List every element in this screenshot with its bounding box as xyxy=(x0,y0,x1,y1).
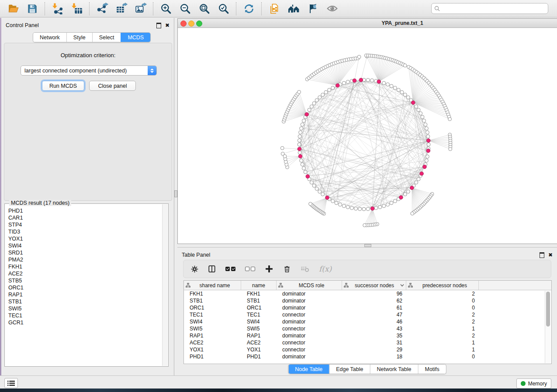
tab-edge-table[interactable]: Edge Table xyxy=(329,364,370,374)
scrollbar-thumb[interactable] xyxy=(546,292,550,327)
mcds-result-title: MCDS result (17 nodes) xyxy=(9,200,71,206)
window-minimize-icon[interactable] xyxy=(188,21,194,27)
float-panel-icon[interactable] xyxy=(156,23,161,28)
mcds-result-item[interactable]: GCR1 xyxy=(5,319,163,326)
tab-select[interactable]: Select xyxy=(92,33,121,42)
settings-gear-icon[interactable] xyxy=(191,265,198,273)
tab-network-table[interactable]: Network Table xyxy=(370,364,418,374)
table-row[interactable]: TEC1TEC1connector472 xyxy=(184,311,551,318)
delete-column-icon[interactable] xyxy=(283,265,291,273)
mcds-result-item[interactable]: PHD1 xyxy=(5,207,163,214)
table-cell: 18 xyxy=(342,354,406,360)
splitter-grip[interactable] xyxy=(174,190,177,197)
close-panel-button[interactable]: Close panel xyxy=(89,81,136,91)
horizontal-splitter[interactable] xyxy=(177,244,557,247)
open-folder-icon[interactable] xyxy=(7,3,19,15)
zoom-out-icon[interactable] xyxy=(179,3,191,15)
column-header-predecessor-nodes[interactable]: predecessor nodes xyxy=(406,281,479,290)
save-session-icon[interactable] xyxy=(26,3,38,15)
deselect-all-icon[interactable] xyxy=(245,267,255,271)
table-row[interactable]: SWI4SWI4dominator462 xyxy=(184,318,551,325)
table-cell: TEC1 xyxy=(241,312,277,318)
column-header-successor-nodes[interactable]: successor nodes xyxy=(342,281,406,290)
mcds-result-item[interactable]: TID3 xyxy=(5,228,163,235)
mcds-result-item[interactable]: ACE2 xyxy=(5,270,163,277)
table-cell: SWI5 xyxy=(241,326,277,332)
network-window-titlebar[interactable]: YPA_prune.txt_1 xyxy=(178,19,557,28)
list-icon xyxy=(7,380,15,386)
export-image-icon[interactable] xyxy=(135,3,147,15)
table-row[interactable]: PHD1PHD1dominator180 xyxy=(184,353,551,360)
close-panel-icon[interactable]: ✖ xyxy=(548,253,553,257)
network-canvas[interactable] xyxy=(178,28,557,244)
splitter-grip[interactable] xyxy=(364,244,371,247)
mcds-result-item[interactable]: SWI4 xyxy=(5,242,163,249)
mcds-result-item[interactable]: STB5 xyxy=(5,277,163,284)
window-zoom-icon[interactable] xyxy=(196,21,202,27)
zoom-selected-icon[interactable] xyxy=(218,3,230,15)
add-column-icon[interactable] xyxy=(265,265,273,273)
search-field[interactable] xyxy=(431,3,548,14)
search-icon xyxy=(434,6,440,11)
tab-network[interactable]: Network xyxy=(33,33,66,42)
mcds-result-item[interactable]: SRD1 xyxy=(5,249,163,256)
table-row[interactable]: STB1STB1dominator620 xyxy=(184,297,551,304)
table-row[interactable]: YOX1YOX1connector291 xyxy=(184,346,551,353)
column-header-name[interactable]: name xyxy=(241,281,277,290)
mcds-result-item[interactable]: ORC1 xyxy=(5,284,163,291)
mcds-result-item[interactable]: PMA2 xyxy=(5,256,163,263)
mcds-result-item[interactable]: CAR1 xyxy=(5,214,163,221)
column-header-MCDS-role[interactable]: MCDS role xyxy=(277,281,342,290)
table-cell: FKH1 xyxy=(241,291,277,297)
toolbar-separator xyxy=(45,2,45,15)
mcds-result-item[interactable]: YOX1 xyxy=(5,235,163,242)
table-row[interactable]: SWI5SWI5connector431 xyxy=(184,325,551,332)
vertical-splitter[interactable] xyxy=(174,18,177,375)
memory-button[interactable]: Memory xyxy=(516,378,551,389)
mcds-result-item[interactable]: FKH1 xyxy=(5,263,163,270)
table-row[interactable]: ORC1ORC1dominator610 xyxy=(184,304,551,311)
run-mcds-button[interactable]: Run MCDS xyxy=(42,81,84,91)
show-columns-icon[interactable] xyxy=(208,265,216,273)
table-row[interactable]: RAP1RAP1dominator352 xyxy=(184,332,551,339)
table-cell: 1 xyxy=(406,347,479,353)
export-network-icon[interactable] xyxy=(96,3,108,15)
mcds-list-scrollbar[interactable] xyxy=(162,204,168,366)
mcds-result-item[interactable]: STP4 xyxy=(5,221,163,228)
network-home-icon[interactable] xyxy=(287,3,300,15)
control-panel-title: Control Panel xyxy=(6,22,39,28)
refresh-icon[interactable] xyxy=(243,3,255,15)
table-row[interactable]: ACE2ACE2connector311 xyxy=(184,339,551,346)
mcds-result-item[interactable]: RAP1 xyxy=(5,291,163,298)
tab-motifs[interactable]: Motifs xyxy=(418,364,446,374)
hide-flag-icon[interactable] xyxy=(307,3,319,15)
float-panel-icon[interactable] xyxy=(540,252,544,258)
import-table-icon[interactable] xyxy=(71,3,83,15)
criterion-dropdown[interactable]: largest connected component (undirected) xyxy=(21,65,157,76)
show-eye-icon[interactable] xyxy=(326,3,338,15)
mcds-result-item[interactable]: SWI5 xyxy=(5,305,163,312)
table-cell: 0 xyxy=(406,305,479,311)
window-close-icon[interactable] xyxy=(180,21,187,27)
table-cell: ACE2 xyxy=(184,340,241,346)
clone-network-icon[interactable] xyxy=(268,3,280,15)
select-all-icon[interactable] xyxy=(225,267,235,271)
import-network-icon[interactable] xyxy=(52,3,64,15)
zoom-in-icon[interactable] xyxy=(160,3,172,15)
mcds-result-item[interactable]: TEC1 xyxy=(5,312,163,319)
zoom-fit-icon[interactable] xyxy=(198,3,211,15)
tab-mcds[interactable]: MCDS xyxy=(121,33,150,42)
tab-style[interactable]: Style xyxy=(66,33,92,42)
shared-column-icon xyxy=(344,283,349,288)
table-row[interactable]: FKH1FKH1dominator962 xyxy=(184,290,551,297)
search-input[interactable] xyxy=(442,5,545,12)
app-window: Control Panel ✖ NetworkStyleSelectMCDS O… xyxy=(0,0,557,392)
task-history-button[interactable] xyxy=(4,378,18,388)
mcds-result-groupbox: MCDS result (17 nodes) PHD1CAR1STP4TID3Y… xyxy=(4,203,169,367)
mcds-result-item[interactable]: STB1 xyxy=(5,298,163,305)
export-table-icon[interactable] xyxy=(115,3,128,15)
tab-node-table[interactable]: Node Table xyxy=(288,364,329,374)
close-panel-icon[interactable]: ✖ xyxy=(165,23,170,28)
table-scrollbar[interactable] xyxy=(545,291,551,363)
column-header-shared-name[interactable]: shared name xyxy=(184,281,241,290)
